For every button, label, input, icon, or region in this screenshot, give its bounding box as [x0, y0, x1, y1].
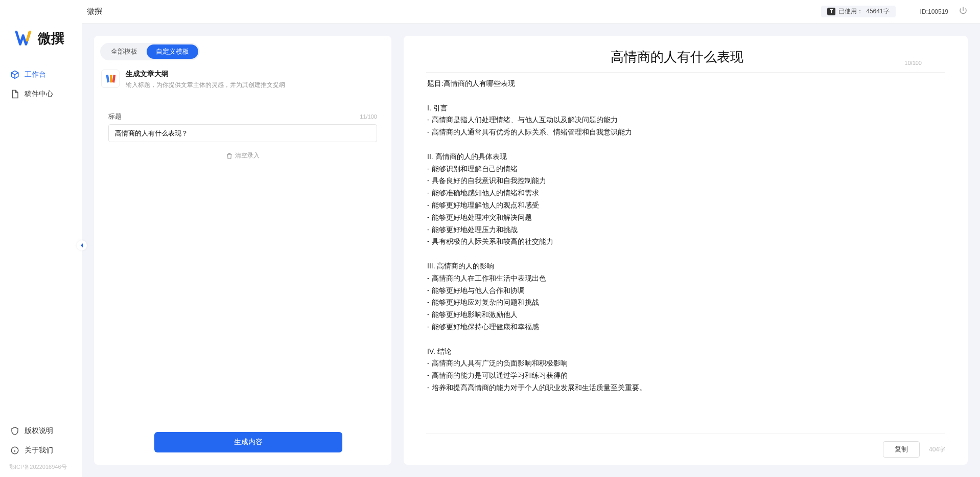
power-icon — [959, 6, 968, 15]
nav-drafts[interactable]: 稿件中心 — [0, 84, 82, 104]
nav-items: 工作台 稿件中心 — [0, 65, 82, 104]
generate-button[interactable]: 生成内容 — [154, 432, 342, 452]
title-input[interactable] — [108, 124, 377, 142]
template-icon — [101, 70, 120, 88]
nav-workbench[interactable]: 工作台 — [0, 65, 82, 84]
usage-chip[interactable]: T 已使用： 45641字 — [821, 6, 895, 17]
logo-text: 微撰 — [38, 30, 64, 48]
template-tabs: 全部模板 自定义模板 — [100, 43, 200, 60]
trash-icon — [226, 152, 233, 160]
clear-input-label: 清空录入 — [235, 151, 260, 160]
user-id: ID:100519 — [920, 8, 948, 15]
tab-all-templates[interactable]: 全部模板 — [102, 44, 147, 59]
link-copyright[interactable]: 版权说明 — [0, 421, 82, 441]
sidebar-bottom: 版权说明 关于我们 鄂ICP备2022016946号 — [0, 421, 82, 473]
template-info: 生成文章大纲 输入标题，为你提供文章主体的灵感，并为其创建推文提纲 — [94, 67, 391, 97]
clear-input-button[interactable]: 清空录入 — [108, 151, 377, 160]
input-panel: 全部模板 自定义模板 生成文章大纲 输入标题，为你提供文章主体的灵感，并为其创建… — [94, 36, 391, 465]
link-about-label: 关于我们 — [25, 446, 53, 455]
output-title-counter: 10/100 — [904, 60, 922, 66]
output-title: 高情商的人有什么表现 — [450, 48, 904, 66]
link-copyright-label: 版权说明 — [25, 426, 53, 436]
output-panel: 高情商的人有什么表现 10/100 题目:高情商的人有哪些表现 I. 引言 - … — [404, 36, 968, 465]
copy-button[interactable]: 复制 — [883, 441, 920, 458]
output-title-row: 高情商的人有什么表现 10/100 — [426, 42, 945, 73]
output-body[interactable]: 题目:高情商的人有哪些表现 I. 引言 - 高情商是指人们处理情绪、与他人互动以… — [404, 73, 968, 434]
power-button[interactable] — [959, 6, 968, 17]
form-section: 标题 11/100 清空录入 — [94, 97, 391, 160]
nav-drafts-label: 稿件中心 — [25, 89, 53, 99]
top-title: 微撰 — [87, 7, 102, 16]
title-counter: 11/100 — [360, 113, 377, 120]
template-name: 生成文章大纲 — [126, 70, 285, 79]
document-icon — [10, 89, 19, 99]
sidebar: 微撰 工作台 稿件中心 版权说明 关于我们 — [0, 0, 82, 477]
collapse-sidebar-button[interactable] — [77, 240, 87, 251]
logo-icon — [15, 31, 35, 47]
books-icon — [105, 73, 116, 84]
tab-custom-templates[interactable]: 自定义模板 — [147, 44, 198, 59]
svg-rect-5 — [112, 75, 116, 82]
svg-rect-4 — [110, 75, 112, 83]
usage-label: 已使用： — [838, 7, 863, 16]
chevron-left-icon — [79, 243, 84, 248]
text-icon: T — [827, 8, 835, 15]
icp-text: 鄂ICP备2022016946号 — [0, 460, 82, 471]
svg-rect-3 — [106, 75, 109, 82]
title-label: 标题 — [108, 112, 122, 121]
logo: 微撰 — [0, 9, 82, 65]
main: 微撰 T 已使用： 45641字 ID:100519 全部模板 自定义模板 — [82, 0, 980, 477]
nav-workbench-label: 工作台 — [25, 70, 46, 79]
word-count: 404字 — [929, 445, 945, 454]
info-icon — [10, 446, 19, 455]
link-about[interactable]: 关于我们 — [0, 441, 82, 460]
shield-icon — [10, 426, 19, 436]
workspace: 全部模板 自定义模板 生成文章大纲 输入标题，为你提供文章主体的灵感，并为其创建… — [82, 24, 980, 477]
cube-icon — [10, 70, 19, 79]
topbar: 微撰 T 已使用： 45641字 ID:100519 — [82, 0, 980, 24]
template-desc: 输入标题，为你提供文章主体的灵感，并为其创建推文提纲 — [126, 81, 285, 89]
usage-value: 45641字 — [866, 7, 889, 16]
output-footer: 复制 404字 — [426, 434, 945, 458]
